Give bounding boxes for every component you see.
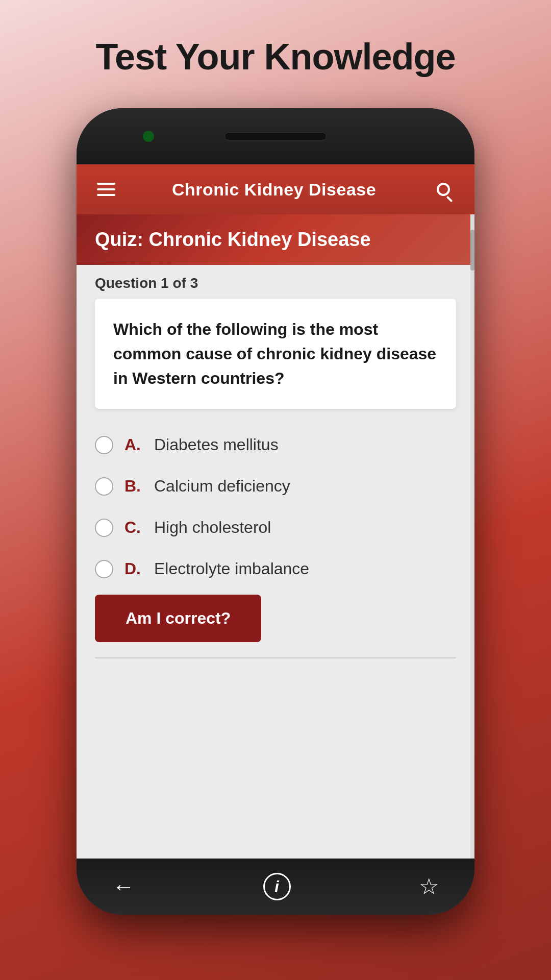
menu-icon-line <box>97 188 115 190</box>
back-arrow-icon: ← <box>112 875 135 898</box>
back-button[interactable]: ← <box>112 875 135 898</box>
phone-camera <box>143 131 154 142</box>
radio-b[interactable] <box>95 477 113 496</box>
quiz-banner-title: Quiz: Chronic Kidney Disease <box>95 229 371 250</box>
answer-text-a: Diabetes mellitus <box>154 435 279 454</box>
screen-inner: Quiz: Chronic Kidney Disease Question 1 … <box>77 214 474 859</box>
star-button[interactable]: ☆ <box>419 875 439 898</box>
app-header-title: Chronic Kidney Disease <box>172 180 376 200</box>
answer-letter-a: A. <box>124 435 145 454</box>
radio-d[interactable] <box>95 560 113 578</box>
empty-content-area <box>77 658 474 859</box>
check-answer-button[interactable]: Am I correct? <box>95 595 261 642</box>
answer-option-d[interactable]: D. Electrolyte imbalance <box>77 548 474 590</box>
search-icon-handle <box>446 196 453 203</box>
answer-text-b: Calcium deficiency <box>154 477 290 496</box>
question-text: Which of the following is the most commo… <box>113 317 438 390</box>
scrollbar-thumb[interactable] <box>470 230 474 271</box>
search-icon <box>437 183 450 196</box>
radio-c[interactable] <box>95 519 113 537</box>
phone-top-bezel <box>77 108 474 164</box>
star-icon: ☆ <box>419 875 439 898</box>
quiz-content: Quiz: Chronic Kidney Disease Question 1 … <box>77 214 474 859</box>
answer-text-c: High cholesterol <box>154 518 271 537</box>
info-icon: i <box>263 873 291 900</box>
quiz-banner: Quiz: Chronic Kidney Disease <box>77 214 474 265</box>
question-box: Which of the following is the most commo… <box>95 299 456 409</box>
radio-a[interactable] <box>95 436 113 454</box>
menu-icon-line <box>97 194 115 196</box>
menu-icon-line <box>97 183 115 185</box>
answer-option-b[interactable]: B. Calcium deficiency <box>77 465 474 507</box>
page-title: Test Your Knowledge <box>95 36 455 78</box>
menu-button[interactable] <box>97 183 115 196</box>
answer-option-c[interactable]: C. High cholesterol <box>77 507 474 548</box>
info-button[interactable]: i <box>263 873 291 900</box>
scrollbar-track[interactable] <box>470 214 474 859</box>
answer-letter-c: C. <box>124 518 145 537</box>
phone-bottom-bezel: ← i ☆ <box>77 859 474 915</box>
phone-speaker <box>224 132 327 140</box>
phone-screen: Chronic Kidney Disease Quiz: Chronic Kid… <box>77 164 474 859</box>
app-header: Chronic Kidney Disease <box>77 164 474 214</box>
answer-text-d: Electrolyte imbalance <box>154 559 309 578</box>
search-button[interactable] <box>433 179 454 200</box>
answer-option-a[interactable]: A. Diabetes mellitus <box>77 424 474 465</box>
question-counter: Question 1 of 3 <box>77 265 474 299</box>
answer-letter-d: D. <box>124 559 145 578</box>
answer-letter-b: B. <box>124 477 145 496</box>
phone-shell: Chronic Kidney Disease Quiz: Chronic Kid… <box>77 108 474 915</box>
